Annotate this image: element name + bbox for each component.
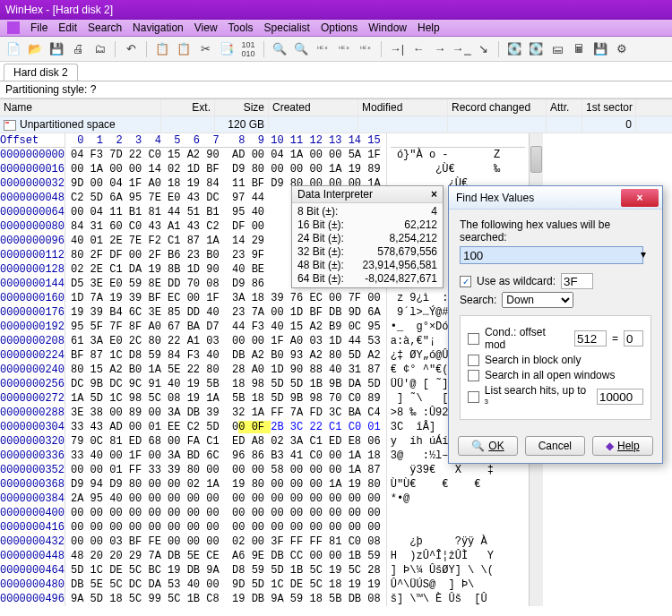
menubar: File Edit Search Navigation View Tools S… (0, 20, 672, 37)
tab-bar: Hard disk 2 (0, 62, 672, 81)
col-size[interactable]: Size (215, 99, 269, 116)
all-windows-label: Search in all open windows (485, 369, 615, 381)
list-hits-label: List search hits, up to ³ (485, 384, 591, 409)
folder-icon[interactable]: 🗂 (91, 41, 108, 57)
cond-mod-input[interactable] (574, 330, 607, 346)
disk3-icon[interactable]: 🖴 (549, 41, 565, 57)
cond-val-input[interactable] (624, 330, 643, 346)
cell-record (448, 116, 547, 133)
menu-navigation[interactable]: Navigation (133, 21, 184, 34)
panel-title: Data Interpreter (297, 188, 373, 201)
col-name[interactable]: Name (0, 99, 161, 116)
menu-edit[interactable]: Edit (58, 21, 77, 34)
table-row[interactable]: Unpartitioned space 120 GB 0 (0, 116, 672, 133)
col-ext[interactable]: Ext. (161, 99, 215, 116)
cut-icon[interactable]: ✂ (197, 41, 213, 57)
cell-ext (161, 116, 215, 133)
wildcard-checkbox[interactable] (460, 276, 471, 287)
disk2-icon[interactable]: 💽 (528, 41, 544, 57)
close-icon[interactable]: × (621, 189, 659, 207)
find-hex-dialog: Find Hex Values × The following hex valu… (448, 185, 663, 464)
ram-icon[interactable]: 💾 (592, 41, 608, 57)
columns-header: Name Ext. Size Created Modified Record c… (0, 98, 672, 116)
wildcard-label: Use as wildcard: (477, 275, 556, 287)
cell-size: 120 GB (215, 116, 269, 133)
copy-icon[interactable]: 📋 (154, 41, 170, 57)
panel-body: 8 Bit (±):416 Bit (±):62,21224 Bit (±):8… (292, 203, 443, 287)
panel-close-icon[interactable]: × (431, 188, 437, 201)
wildcard-value-input[interactable] (561, 273, 593, 289)
goto-first-icon[interactable]: →| (389, 41, 405, 57)
col-created[interactable]: Created (269, 99, 358, 116)
find-text-icon[interactable]: ᴴᴱˣ (314, 41, 331, 57)
list-hits-input[interactable] (597, 389, 643, 405)
separator (381, 41, 382, 57)
tools-icon[interactable]: ⚙ (614, 41, 630, 57)
separator (115, 41, 116, 57)
separator (146, 41, 147, 57)
dialog-prompt: The following hex values will be searche… (460, 218, 651, 244)
menu-specialist[interactable]: Specialist (264, 21, 310, 34)
data-interpreter-panel[interactable]: Data Interpreter × 8 Bit (±):416 Bit (±)… (291, 185, 444, 288)
find-b-icon[interactable]: ᴴᴱˣ (358, 41, 374, 57)
new-icon[interactable]: 📄 (5, 41, 22, 57)
undo-icon[interactable]: ↶ (123, 41, 139, 57)
save-icon[interactable]: 💾 (48, 41, 65, 57)
cell-first: 0 (582, 116, 636, 133)
menu-search[interactable]: Search (88, 21, 122, 34)
print-icon[interactable]: 🖨 (70, 41, 86, 57)
separator (263, 41, 264, 57)
window-title: WinHex - [Hard disk 2] (0, 0, 672, 20)
hex-value-input[interactable] (460, 246, 643, 264)
copy2-icon[interactable]: 📑 (219, 41, 235, 57)
search-icon: 🔍 (471, 440, 485, 452)
separator (498, 41, 499, 57)
all-windows-checkbox[interactable] (468, 370, 479, 381)
dialog-titlebar[interactable]: Find Hex Values × (449, 186, 662, 210)
col-record[interactable]: Record changed (448, 99, 547, 116)
scroll-thumb[interactable] (530, 146, 542, 173)
open-icon[interactable]: 📂 (27, 41, 43, 57)
partition-icon (4, 120, 16, 131)
menu-options[interactable]: Options (321, 21, 358, 34)
menu-tools[interactable]: Tools (228, 21, 254, 34)
goto-end-icon[interactable]: ↘ (475, 41, 491, 57)
col-first[interactable]: 1st sector (582, 99, 636, 116)
goto-back-icon[interactable]: ← (410, 41, 426, 57)
menu-window[interactable]: Window (368, 21, 407, 34)
cond-eq: = (612, 332, 618, 345)
cond-label: Cond.: offset mod (485, 326, 569, 351)
toolbar: 📄 📂 💾 🖨 🗂 ↶ 📋 📋 ✂ 📑 101010 🔍 🔍 ᴴᴱˣ ᴴᴱˣ ᴴ… (0, 37, 672, 62)
bits-icon[interactable]: 101010 (240, 41, 256, 57)
find-hex-icon[interactable]: 🔍 (293, 41, 309, 57)
col-attr[interactable]: Attr. (547, 99, 582, 116)
help-button[interactable]: ◆Help (592, 436, 653, 456)
paste-icon[interactable]: 📋 (176, 41, 192, 57)
app-icon (7, 21, 20, 34)
help-icon: ◆ (606, 440, 614, 452)
cancel-button[interactable]: Cancel (525, 436, 585, 456)
partitioning-style: Partitioning style: ? (0, 81, 672, 98)
col-modified[interactable]: Modified (358, 99, 448, 116)
ok-button[interactable]: 🔍OK (458, 436, 517, 456)
cell-name: Unpartitioned space (0, 116, 161, 133)
disk1-icon[interactable]: 💽 (506, 41, 522, 57)
find-icon[interactable]: 🔍 (271, 41, 288, 57)
block-only-checkbox[interactable] (468, 355, 479, 366)
dropdown-icon[interactable]: ▾ (641, 248, 646, 261)
tab-harddisk2[interactable]: Hard disk 2 (4, 64, 78, 81)
dialog-title: Find Hex Values (449, 192, 534, 204)
list-hits-checkbox[interactable] (468, 391, 479, 403)
find-a-icon[interactable]: ᴴᴱˣ (336, 41, 352, 57)
calc-icon[interactable]: 🖩 (571, 41, 587, 57)
search-dir-select[interactable]: Down (502, 292, 573, 308)
goto-last-icon[interactable]: →⎯ (453, 41, 470, 57)
menu-view[interactable]: View (194, 21, 218, 34)
block-only-label: Search in block only (485, 354, 581, 366)
cond-checkbox[interactable] (468, 333, 479, 345)
menu-help[interactable]: Help (418, 21, 440, 34)
goto-fwd-icon[interactable]: → (432, 41, 448, 57)
search-dir-label: Search: (460, 294, 496, 306)
menu-file[interactable]: File (30, 21, 47, 34)
cell-modified (358, 116, 448, 133)
